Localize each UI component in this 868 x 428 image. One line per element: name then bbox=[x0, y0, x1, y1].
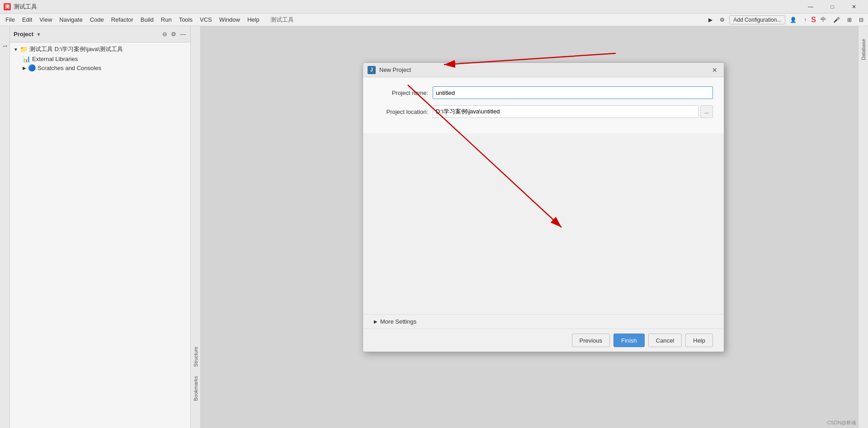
tree-item-label: Scratches and Consoles bbox=[38, 65, 101, 71]
dialog-spacer bbox=[363, 133, 724, 314]
dialog-title: New Project bbox=[379, 66, 710, 73]
editor-area: J New Project ✕ Project name: Project lo… bbox=[191, 26, 868, 428]
menu-app-label: 测试工具 bbox=[270, 16, 294, 24]
app-icon: 测 bbox=[4, 3, 11, 10]
maximize-button[interactable]: □ bbox=[822, 0, 843, 14]
toolbar-right: ▶ ⚙ Add Configuration... 👤 ↑ S 中 🎤 ⊞ ⊟ bbox=[706, 15, 866, 24]
browse-button[interactable]: ... bbox=[700, 105, 713, 118]
more-settings-label: More Settings bbox=[380, 318, 416, 325]
dialog-footer: Previous Finish Cancel Help bbox=[363, 329, 724, 352]
dialog-close-button[interactable]: ✕ bbox=[710, 66, 719, 75]
menu-file[interactable]: File bbox=[2, 14, 19, 25]
tree-item-scratches[interactable]: ▶ 🔵 Scratches and Consoles bbox=[10, 63, 190, 72]
panel-dropdown-icon[interactable]: ▼ bbox=[36, 32, 41, 37]
title-bar: 测 测试工具 — □ ✕ bbox=[0, 0, 868, 14]
menu-refactor[interactable]: Refactor bbox=[108, 14, 137, 25]
cancel-button[interactable]: Cancel bbox=[648, 334, 682, 347]
project-name-input[interactable] bbox=[433, 86, 713, 99]
menu-bar: File Edit View Navigate Code Refactor Bu… bbox=[0, 14, 868, 26]
panel-settings[interactable]: ⚙ bbox=[170, 30, 177, 38]
minimize-button[interactable]: — bbox=[800, 0, 821, 14]
menu-window[interactable]: Window bbox=[216, 14, 244, 25]
close-window-button[interactable]: ✕ bbox=[844, 0, 864, 14]
window-controls: — □ ✕ bbox=[800, 0, 864, 14]
menu-run[interactable]: Run bbox=[157, 14, 175, 25]
new-project-dialog: J New Project ✕ Project name: Project lo… bbox=[363, 62, 724, 352]
previous-button[interactable]: Previous bbox=[572, 334, 610, 347]
menu-tools[interactable]: Tools bbox=[175, 14, 196, 25]
menu-view[interactable]: View bbox=[36, 14, 56, 25]
project-location-input[interactable] bbox=[433, 105, 698, 118]
left-tab-1[interactable]: 1 bbox=[0, 28, 10, 64]
sogou-icon: S bbox=[811, 16, 816, 24]
chevron-right-icon: ▶ bbox=[23, 66, 26, 71]
folder-icon: 📁 bbox=[20, 46, 28, 53]
chevron-down-icon: ▼ bbox=[14, 47, 18, 52]
left-sidebar-tabs: 1 bbox=[0, 26, 10, 428]
project-location-row: Project location: ... bbox=[374, 105, 713, 118]
menu-code[interactable]: Code bbox=[86, 14, 108, 25]
add-configuration-button[interactable]: Add Configuration... bbox=[729, 15, 785, 24]
more-settings-chevron-icon: ▶ bbox=[374, 319, 377, 324]
chinese-input-button[interactable]: 中 bbox=[818, 15, 829, 24]
database-tab[interactable]: Database bbox=[860, 35, 867, 64]
menu-navigate[interactable]: Navigate bbox=[56, 14, 86, 25]
menu-help[interactable]: Help bbox=[244, 14, 263, 25]
project-tree: ▼ 📁 测试工具 D:\学习案例\java\测试工具 📊 External Li… bbox=[10, 42, 190, 428]
grid-button[interactable]: ⊞ bbox=[844, 16, 854, 24]
menu-vcs[interactable]: VCS bbox=[196, 14, 216, 25]
project-location-label: Project location: bbox=[374, 108, 433, 115]
right-sidebar-tabs: Database bbox=[858, 26, 868, 428]
main-layout: 1 Project ▼ ⊖ ⚙ — ▼ 📁 测试工具 D:\学习案例\java\… bbox=[0, 26, 868, 428]
library-icon: 📊 bbox=[23, 55, 30, 62]
tree-item-label: 测试工具 D:\学习案例\java\测试工具 bbox=[29, 45, 123, 53]
project-name-row: Project name: bbox=[374, 86, 713, 99]
dialog-titlebar: J New Project ✕ bbox=[363, 63, 724, 77]
finish-button[interactable]: Finish bbox=[613, 334, 645, 347]
tree-item-external-libs[interactable]: 📊 External Libraries bbox=[10, 54, 190, 63]
more-settings-section[interactable]: ▶ More Settings bbox=[363, 314, 724, 329]
help-button[interactable]: Help bbox=[685, 334, 713, 347]
bookmarks-tab[interactable]: Bookmarks bbox=[193, 376, 198, 401]
project-name-label: Project name: bbox=[374, 89, 433, 96]
app-title: 测试工具 bbox=[14, 3, 800, 11]
mic-button[interactable]: 🎤 bbox=[830, 16, 843, 24]
dialog-overlay: J New Project ✕ Project name: Project lo… bbox=[191, 26, 868, 428]
panel-close[interactable]: — bbox=[179, 30, 187, 38]
menu-build[interactable]: Build bbox=[137, 14, 157, 25]
dialog-body: Project name: Project location: ... bbox=[363, 77, 724, 133]
project-panel: Project ▼ ⊖ ⚙ — ▼ 📁 测试工具 D:\学习案例\java\测试… bbox=[10, 26, 191, 428]
run-button[interactable]: ▶ bbox=[706, 16, 715, 24]
layout-button[interactable]: ⊟ bbox=[856, 16, 866, 24]
watermark: CSDN@桥魂 bbox=[827, 419, 856, 426]
profile-button[interactable]: 👤 bbox=[787, 16, 799, 24]
scratches-icon: 🔵 bbox=[28, 64, 36, 71]
settings-button[interactable]: ⚙ bbox=[717, 16, 727, 24]
panel-header-icons: ⊖ ⚙ — bbox=[161, 30, 187, 38]
tree-item-project[interactable]: ▼ 📁 测试工具 D:\学习案例\java\测试工具 bbox=[10, 44, 190, 54]
panel-collapse-all[interactable]: ⊖ bbox=[161, 30, 168, 38]
panel-header: Project ▼ ⊖ ⚙ — bbox=[10, 26, 190, 42]
dialog-icon: J bbox=[368, 66, 376, 74]
tree-item-label: External Libraries bbox=[32, 56, 78, 62]
menu-edit[interactable]: Edit bbox=[19, 14, 36, 25]
structure-tab[interactable]: Structure bbox=[193, 347, 198, 367]
vcs-button[interactable]: ↑ bbox=[801, 16, 809, 24]
left-bottom-tabs: Structure Bookmarks bbox=[191, 26, 201, 428]
panel-title: Project bbox=[14, 31, 33, 38]
